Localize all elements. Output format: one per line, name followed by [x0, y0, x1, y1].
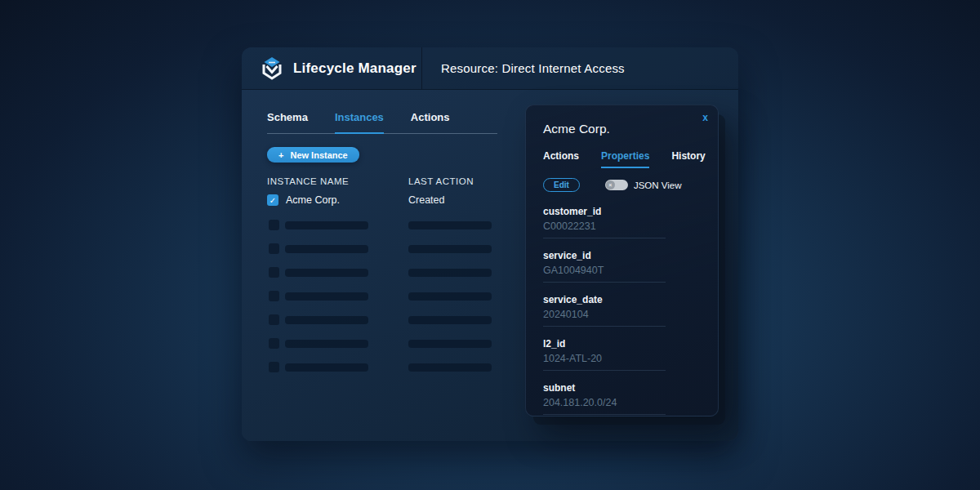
divider	[543, 370, 666, 371]
placeholder-row	[267, 291, 512, 301]
property-key: customer_id	[543, 206, 701, 218]
placeholder-row	[267, 267, 512, 278]
tab-detail-properties[interactable]: Properties	[601, 150, 649, 168]
property-key: service_id	[543, 250, 701, 262]
table-header-row: INSTANCE NAME LAST ACTION	[267, 176, 512, 186]
property-item: service_id GA1004940T	[543, 250, 701, 283]
property-item: customer_id C00022231	[543, 206, 701, 238]
instance-name-cell: ✓ Acme Corp.	[267, 194, 408, 206]
json-view-label: JSON View	[634, 180, 682, 190]
toggle-knob-icon: ×	[606, 180, 615, 189]
instance-name: Acme Corp.	[286, 194, 340, 206]
placeholder-row	[267, 314, 512, 325]
property-value: 204.181.20.0/24	[543, 397, 701, 409]
placeholder-row	[267, 338, 512, 349]
app-header: Lifecycle Manager Resource: Direct Inter…	[242, 47, 738, 90]
lifecycle-manager-logo-icon	[260, 56, 284, 81]
property-value: 1024-ATL-20	[543, 353, 701, 365]
property-item: l2_id 1024-ATL-20	[543, 338, 701, 371]
new-instance-label: New Instance	[290, 150, 347, 160]
tab-detail-actions[interactable]: Actions	[543, 150, 579, 168]
detail-tab-bar: Actions Properties History	[543, 150, 701, 168]
tab-actions[interactable]: Actions	[411, 111, 450, 133]
instance-detail-panel: x Acme Corp. Actions Properties History …	[525, 105, 719, 416]
column-header-last-action: LAST ACTION	[408, 176, 474, 186]
resource-title: Resource: Direct Internet Access	[422, 47, 625, 89]
column-header-instance-name: INSTANCE NAME	[267, 176, 408, 186]
tab-instances[interactable]: Instances	[335, 111, 384, 134]
detail-controls: Edit × JSON View	[543, 178, 701, 192]
last-action-value: Created	[408, 194, 444, 206]
property-value: GA1004940T	[543, 265, 701, 277]
table-row[interactable]: ✓ Acme Corp. Created	[267, 194, 512, 206]
placeholder-row	[267, 220, 512, 230]
property-item: subnet 204.181.20.0/24	[543, 382, 701, 415]
instances-table: INSTANCE NAME LAST ACTION ✓ Acme Corp. C…	[267, 176, 512, 372]
detail-panel-title: Acme Corp.	[543, 122, 701, 136]
placeholder-row	[267, 362, 512, 372]
divider	[543, 282, 666, 283]
json-view-toggle[interactable]: ×	[605, 180, 628, 190]
divider	[543, 326, 666, 327]
property-key: service_date	[543, 294, 701, 306]
properties-list: customer_id C00022231 service_id GA10049…	[543, 206, 701, 415]
property-value: C00022231	[543, 220, 701, 233]
tab-schema[interactable]: Schema	[267, 111, 308, 133]
new-instance-button[interactable]: + New Instance	[267, 147, 359, 163]
tab-detail-history[interactable]: History	[671, 150, 705, 168]
divider	[543, 238, 666, 238]
property-key: subnet	[543, 382, 701, 394]
divider	[543, 414, 666, 415]
plus-icon: +	[278, 150, 283, 160]
placeholder-row	[267, 243, 512, 254]
brand: Lifecycle Manager	[242, 47, 422, 89]
left-tab-bar: Schema Instances Actions	[267, 111, 497, 134]
app-title: Lifecycle Manager	[293, 60, 416, 77]
property-key: l2_id	[543, 338, 701, 350]
edit-button[interactable]: Edit	[543, 178, 580, 192]
check-icon: ✓	[270, 196, 276, 205]
property-value: 20240104	[543, 309, 701, 321]
property-item: service_date 20240104	[543, 294, 701, 327]
row-checkbox[interactable]: ✓	[267, 194, 278, 206]
close-icon[interactable]: x	[702, 112, 708, 123]
placeholder-rows	[267, 220, 512, 372]
